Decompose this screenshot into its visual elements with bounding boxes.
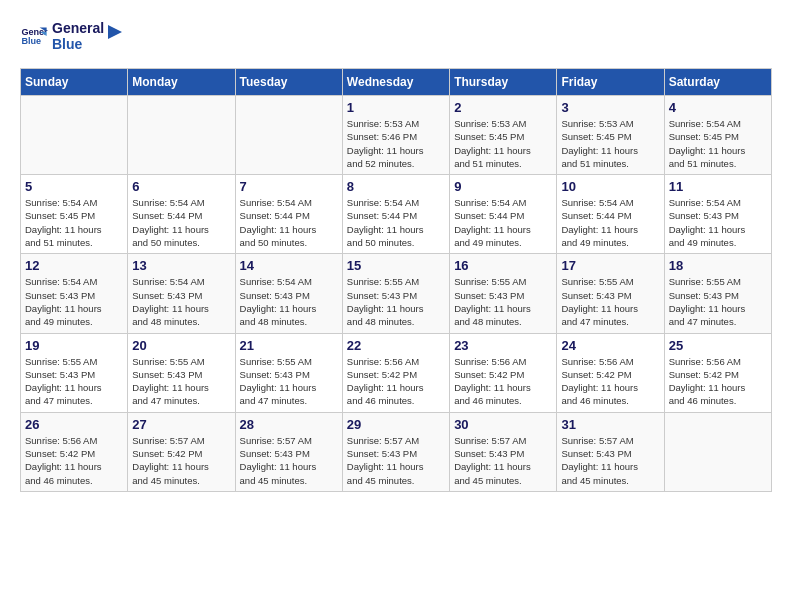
day-number: 25: [669, 338, 767, 353]
day-info: Sunrise: 5:57 AM Sunset: 5:43 PM Dayligh…: [347, 434, 445, 487]
calendar-cell: 31Sunrise: 5:57 AM Sunset: 5:43 PM Dayli…: [557, 412, 664, 491]
calendar-cell: 30Sunrise: 5:57 AM Sunset: 5:43 PM Dayli…: [450, 412, 557, 491]
day-info: Sunrise: 5:57 AM Sunset: 5:43 PM Dayligh…: [454, 434, 552, 487]
day-info: Sunrise: 5:54 AM Sunset: 5:45 PM Dayligh…: [25, 196, 123, 249]
calendar-cell: 24Sunrise: 5:56 AM Sunset: 5:42 PM Dayli…: [557, 333, 664, 412]
logo-text-blue: Blue: [52, 36, 104, 52]
weekday-header-wednesday: Wednesday: [342, 69, 449, 96]
calendar-table: SundayMondayTuesdayWednesdayThursdayFrid…: [20, 68, 772, 492]
day-info: Sunrise: 5:54 AM Sunset: 5:43 PM Dayligh…: [25, 275, 123, 328]
day-info: Sunrise: 5:54 AM Sunset: 5:44 PM Dayligh…: [240, 196, 338, 249]
day-info: Sunrise: 5:55 AM Sunset: 5:43 PM Dayligh…: [132, 355, 230, 408]
calendar-cell: 28Sunrise: 5:57 AM Sunset: 5:43 PM Dayli…: [235, 412, 342, 491]
day-info: Sunrise: 5:55 AM Sunset: 5:43 PM Dayligh…: [347, 275, 445, 328]
day-number: 28: [240, 417, 338, 432]
logo-icon: General Blue: [20, 22, 48, 50]
day-number: 1: [347, 100, 445, 115]
day-info: Sunrise: 5:56 AM Sunset: 5:42 PM Dayligh…: [561, 355, 659, 408]
day-number: 26: [25, 417, 123, 432]
calendar-cell: [235, 96, 342, 175]
page-header: General Blue General Blue: [20, 20, 772, 52]
day-info: Sunrise: 5:55 AM Sunset: 5:43 PM Dayligh…: [561, 275, 659, 328]
day-info: Sunrise: 5:54 AM Sunset: 5:43 PM Dayligh…: [669, 196, 767, 249]
day-info: Sunrise: 5:54 AM Sunset: 5:44 PM Dayligh…: [561, 196, 659, 249]
calendar-cell: [664, 412, 771, 491]
calendar-cell: 15Sunrise: 5:55 AM Sunset: 5:43 PM Dayli…: [342, 254, 449, 333]
calendar-cell: 21Sunrise: 5:55 AM Sunset: 5:43 PM Dayli…: [235, 333, 342, 412]
calendar-cell: 4Sunrise: 5:54 AM Sunset: 5:45 PM Daylig…: [664, 96, 771, 175]
weekday-header-saturday: Saturday: [664, 69, 771, 96]
day-number: 6: [132, 179, 230, 194]
day-number: 18: [669, 258, 767, 273]
day-info: Sunrise: 5:54 AM Sunset: 5:43 PM Dayligh…: [240, 275, 338, 328]
day-number: 3: [561, 100, 659, 115]
day-info: Sunrise: 5:54 AM Sunset: 5:44 PM Dayligh…: [132, 196, 230, 249]
weekday-header-thursday: Thursday: [450, 69, 557, 96]
day-number: 11: [669, 179, 767, 194]
day-info: Sunrise: 5:53 AM Sunset: 5:45 PM Dayligh…: [454, 117, 552, 170]
calendar-cell: 22Sunrise: 5:56 AM Sunset: 5:42 PM Dayli…: [342, 333, 449, 412]
calendar-cell: 27Sunrise: 5:57 AM Sunset: 5:42 PM Dayli…: [128, 412, 235, 491]
svg-text:Blue: Blue: [21, 36, 41, 46]
weekday-header-friday: Friday: [557, 69, 664, 96]
svg-marker-4: [108, 25, 122, 39]
day-number: 15: [347, 258, 445, 273]
day-number: 22: [347, 338, 445, 353]
calendar-cell: 6Sunrise: 5:54 AM Sunset: 5:44 PM Daylig…: [128, 175, 235, 254]
day-info: Sunrise: 5:53 AM Sunset: 5:46 PM Dayligh…: [347, 117, 445, 170]
calendar-week-5: 26Sunrise: 5:56 AM Sunset: 5:42 PM Dayli…: [21, 412, 772, 491]
day-number: 14: [240, 258, 338, 273]
logo-arrow-icon: [104, 21, 126, 43]
weekday-header-sunday: Sunday: [21, 69, 128, 96]
calendar-cell: 10Sunrise: 5:54 AM Sunset: 5:44 PM Dayli…: [557, 175, 664, 254]
day-number: 29: [347, 417, 445, 432]
day-number: 20: [132, 338, 230, 353]
day-info: Sunrise: 5:54 AM Sunset: 5:44 PM Dayligh…: [454, 196, 552, 249]
day-number: 9: [454, 179, 552, 194]
calendar-week-3: 12Sunrise: 5:54 AM Sunset: 5:43 PM Dayli…: [21, 254, 772, 333]
day-info: Sunrise: 5:54 AM Sunset: 5:43 PM Dayligh…: [132, 275, 230, 328]
logo-text-general: General: [52, 20, 104, 36]
calendar-cell: 14Sunrise: 5:54 AM Sunset: 5:43 PM Dayli…: [235, 254, 342, 333]
logo: General Blue General Blue: [20, 20, 126, 52]
calendar-cell: 20Sunrise: 5:55 AM Sunset: 5:43 PM Dayli…: [128, 333, 235, 412]
weekday-header-monday: Monday: [128, 69, 235, 96]
weekday-header-tuesday: Tuesday: [235, 69, 342, 96]
calendar-week-1: 1Sunrise: 5:53 AM Sunset: 5:46 PM Daylig…: [21, 96, 772, 175]
day-number: 30: [454, 417, 552, 432]
calendar-cell: 9Sunrise: 5:54 AM Sunset: 5:44 PM Daylig…: [450, 175, 557, 254]
calendar-cell: 5Sunrise: 5:54 AM Sunset: 5:45 PM Daylig…: [21, 175, 128, 254]
calendar-cell: [21, 96, 128, 175]
calendar-cell: 16Sunrise: 5:55 AM Sunset: 5:43 PM Dayli…: [450, 254, 557, 333]
day-number: 19: [25, 338, 123, 353]
day-info: Sunrise: 5:56 AM Sunset: 5:42 PM Dayligh…: [454, 355, 552, 408]
day-info: Sunrise: 5:55 AM Sunset: 5:43 PM Dayligh…: [25, 355, 123, 408]
calendar-cell: 29Sunrise: 5:57 AM Sunset: 5:43 PM Dayli…: [342, 412, 449, 491]
day-number: 7: [240, 179, 338, 194]
calendar-cell: 12Sunrise: 5:54 AM Sunset: 5:43 PM Dayli…: [21, 254, 128, 333]
day-info: Sunrise: 5:56 AM Sunset: 5:42 PM Dayligh…: [347, 355, 445, 408]
day-info: Sunrise: 5:54 AM Sunset: 5:44 PM Dayligh…: [347, 196, 445, 249]
calendar-cell: 1Sunrise: 5:53 AM Sunset: 5:46 PM Daylig…: [342, 96, 449, 175]
calendar-cell: 2Sunrise: 5:53 AM Sunset: 5:45 PM Daylig…: [450, 96, 557, 175]
day-number: 4: [669, 100, 767, 115]
calendar-cell: 11Sunrise: 5:54 AM Sunset: 5:43 PM Dayli…: [664, 175, 771, 254]
calendar-cell: [128, 96, 235, 175]
calendar-cell: 13Sunrise: 5:54 AM Sunset: 5:43 PM Dayli…: [128, 254, 235, 333]
calendar-cell: 18Sunrise: 5:55 AM Sunset: 5:43 PM Dayli…: [664, 254, 771, 333]
day-info: Sunrise: 5:55 AM Sunset: 5:43 PM Dayligh…: [454, 275, 552, 328]
calendar-cell: 3Sunrise: 5:53 AM Sunset: 5:45 PM Daylig…: [557, 96, 664, 175]
day-number: 31: [561, 417, 659, 432]
calendar-week-2: 5Sunrise: 5:54 AM Sunset: 5:45 PM Daylig…: [21, 175, 772, 254]
day-info: Sunrise: 5:55 AM Sunset: 5:43 PM Dayligh…: [240, 355, 338, 408]
calendar-cell: 19Sunrise: 5:55 AM Sunset: 5:43 PM Dayli…: [21, 333, 128, 412]
day-info: Sunrise: 5:53 AM Sunset: 5:45 PM Dayligh…: [561, 117, 659, 170]
calendar-cell: 7Sunrise: 5:54 AM Sunset: 5:44 PM Daylig…: [235, 175, 342, 254]
day-number: 2: [454, 100, 552, 115]
day-number: 21: [240, 338, 338, 353]
day-number: 13: [132, 258, 230, 273]
day-info: Sunrise: 5:56 AM Sunset: 5:42 PM Dayligh…: [25, 434, 123, 487]
day-info: Sunrise: 5:55 AM Sunset: 5:43 PM Dayligh…: [669, 275, 767, 328]
day-info: Sunrise: 5:57 AM Sunset: 5:43 PM Dayligh…: [240, 434, 338, 487]
day-number: 17: [561, 258, 659, 273]
